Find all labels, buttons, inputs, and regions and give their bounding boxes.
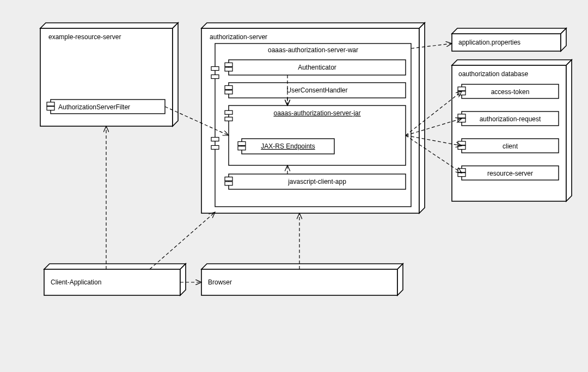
node-example-resource-server: example-resource-server <box>48 33 121 41</box>
svg-marker-7 <box>452 28 566 34</box>
component-jar: oaaas-authorization-server-jar <box>273 109 360 117</box>
svg-rect-22 <box>211 138 219 141</box>
svg-rect-40 <box>225 182 232 185</box>
node-browser: Browser <box>208 278 232 286</box>
svg-marker-2 <box>173 23 178 126</box>
svg-rect-30 <box>225 85 232 89</box>
svg-rect-52 <box>458 173 465 177</box>
svg-marker-11 <box>566 60 572 201</box>
svg-marker-5 <box>419 23 425 213</box>
component-user-consent-handler: UserConsentHandler <box>286 86 347 94</box>
svg-marker-16 <box>201 264 403 269</box>
node-client-application: Client-Application <box>51 278 101 286</box>
dependency-arrow <box>150 212 215 269</box>
component-jaxrs-endpoints: JAX-RS Endpoints <box>261 142 315 150</box>
node-application-properties: application.properties <box>458 39 520 46</box>
svg-rect-46 <box>458 119 465 122</box>
svg-rect-25 <box>211 75 219 79</box>
svg-rect-33 <box>225 110 232 114</box>
svg-marker-1 <box>40 23 178 28</box>
svg-rect-51 <box>458 169 465 172</box>
svg-rect-23 <box>211 146 219 150</box>
svg-marker-14 <box>180 264 186 295</box>
component-authenticator: Authenticator <box>298 64 336 71</box>
svg-rect-37 <box>238 146 246 150</box>
svg-rect-27 <box>225 63 232 66</box>
svg-rect-24 <box>211 67 219 71</box>
svg-rect-34 <box>225 117 232 121</box>
svg-rect-42 <box>458 87 465 91</box>
svg-rect-28 <box>225 67 232 71</box>
deployment-diagram: example-resource-serverauthorization-ser… <box>0 0 588 372</box>
svg-marker-13 <box>44 264 186 269</box>
svg-rect-20 <box>47 107 54 110</box>
svg-rect-39 <box>225 177 232 181</box>
svg-rect-48 <box>458 141 465 145</box>
svg-marker-10 <box>452 60 572 65</box>
component-client: client <box>503 142 518 150</box>
svg-marker-4 <box>201 23 425 28</box>
component-javascript-client-app: javascript-client-app <box>287 178 346 185</box>
component-authorization-request: authorization-request <box>480 115 541 123</box>
svg-marker-17 <box>397 264 403 295</box>
svg-rect-31 <box>225 90 232 94</box>
svg-rect-19 <box>47 102 54 106</box>
node-authorization-server: authorization-server <box>210 33 267 41</box>
svg-rect-49 <box>458 146 465 150</box>
component-resource-server: resource-server <box>487 170 533 177</box>
component-authorization-server-filter: AuthorizationServerFilter <box>58 103 130 111</box>
svg-rect-36 <box>238 141 246 145</box>
component-war: oaaas-authorization-server-war <box>268 46 358 54</box>
svg-rect-45 <box>458 114 465 118</box>
component-access-token: access-token <box>491 88 530 96</box>
node-oauthorization-database: oauthorization database <box>458 70 528 78</box>
